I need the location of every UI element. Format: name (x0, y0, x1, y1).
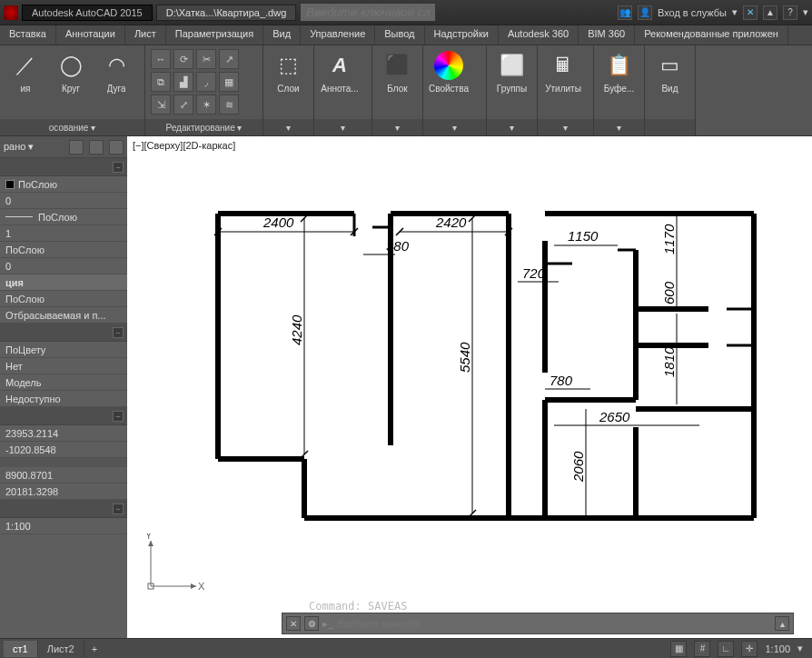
search-input[interactable] (300, 3, 436, 22)
prop-plotstyle[interactable]: ПоЦвету (0, 342, 127, 358)
properties-button[interactable]: Свойства (429, 49, 469, 94)
prop-layer[interactable]: 0 (0, 193, 127, 209)
status-model-icon[interactable]: ▦ (670, 641, 687, 657)
tab-insert[interactable]: Вставка (0, 25, 56, 45)
clipboard-button[interactable]: 📋Буфе... (599, 49, 639, 94)
prop-space[interactable]: Модель (0, 374, 127, 391)
rotate-icon[interactable]: ⟳ (173, 49, 193, 69)
trim-icon[interactable]: ✂ (196, 49, 216, 69)
status-annoscale[interactable]: 1:100 (765, 643, 790, 654)
status-bar: ▦ # ∟ ✛ 1:100 ▾ (670, 641, 808, 657)
status-polar-icon[interactable]: ✛ (741, 641, 758, 657)
collapse-icon-4[interactable]: – (113, 503, 124, 514)
ribbon-panel-draw-label[interactable]: осование ▾ (0, 119, 144, 135)
svg-text:1170: 1170 (661, 224, 677, 254)
svg-text:2400: 2400 (262, 214, 294, 230)
ribbon-panel-clipboard: 📋Буфе... ▾ (594, 45, 645, 135)
copy-icon[interactable]: ⧉ (151, 72, 171, 92)
collapse-icon-3[interactable]: – (113, 411, 124, 422)
mirror-icon[interactable]: ▟ (173, 72, 193, 92)
svg-text:1810: 1810 (661, 346, 677, 377)
prop-shadow[interactable]: Отбрасываемая и п... (0, 307, 127, 324)
tab-addins[interactable]: Надстройки (425, 25, 499, 45)
prop-annoscale[interactable]: 1:100 (0, 518, 127, 534)
offset-icon[interactable]: ≋ (219, 95, 239, 115)
tab-output[interactable]: Вывод (375, 25, 424, 45)
prop-ltscale[interactable]: 1 (0, 225, 127, 242)
ribbon-panel-block: ⬛Блок ▾ (372, 45, 423, 135)
help-icon[interactable]: ? (783, 5, 797, 20)
infocenter-icon[interactable]: 👥 (618, 5, 632, 20)
stretch-icon[interactable]: ⇲ (151, 95, 171, 115)
status-grid-icon[interactable]: # (694, 641, 710, 657)
groups-button[interactable]: ⬜Группы (492, 49, 531, 94)
annotation-button[interactable]: AАннота... (320, 49, 360, 94)
prop-coord-x: 23953.2114 (0, 425, 127, 442)
selection-dropdown[interactable]: рано ▾ (4, 141, 64, 153)
extend-icon[interactable]: ↗ (219, 49, 239, 69)
block-button[interactable]: ⬛Блок (378, 49, 417, 94)
cmd-close-icon[interactable]: ✕ (286, 616, 301, 631)
tab-featured[interactable]: Рекомендованные приложен (635, 25, 788, 45)
signin-label[interactable]: Вход в службы (658, 7, 727, 18)
prop-color[interactable]: ПоСлою (0, 176, 127, 193)
svg-text:720: 720 (522, 265, 546, 281)
status-snap-icon[interactable]: ∟ (718, 641, 734, 657)
tab-bim360[interactable]: BIM 360 (579, 25, 635, 45)
fillet-icon[interactable]: ◞ (196, 72, 216, 92)
ribbon-panel-layers: ⬚Слои ▾ (263, 45, 314, 135)
layers-button[interactable]: ⬚Слои (269, 49, 308, 94)
drawing-canvas[interactable]: 2400 2420 380 1150 1170 720 600 (127, 136, 812, 638)
command-input[interactable] (337, 618, 771, 629)
drawing-area-wrapper: [−][Сверху][2D-каркас] (127, 136, 812, 638)
circle-button[interactable]: ◯Круг (51, 49, 91, 94)
tab-view[interactable]: Вид (263, 25, 301, 45)
exchange-icon[interactable]: ✕ (743, 5, 758, 20)
selectobj-icon[interactable] (109, 140, 124, 155)
pickadd-icon[interactable] (69, 140, 84, 155)
prop-transparency[interactable]: 0 (0, 258, 127, 274)
prop-hyperlink[interactable]: Нет (0, 358, 127, 374)
collapse-icon-2[interactable]: – (113, 327, 124, 338)
ribbon: ／ия ◯Круг ◠Дуга осование ▾ ↔ ⟳ ✂ ↗ ⧉ ▟ ◞… (0, 45, 812, 136)
prop-material[interactable]: ПоСлою (0, 291, 127, 307)
app-menu-icon[interactable] (4, 5, 18, 20)
signin-icon[interactable]: 👤 (638, 5, 652, 20)
ribbon-panel-groups: ⬜Группы ▾ (487, 45, 538, 135)
scale-icon[interactable]: ⤢ (173, 95, 193, 115)
view-button[interactable]: ▭Вид (650, 49, 689, 94)
tab-annotate[interactable]: Аннотации (56, 25, 125, 45)
line-button[interactable]: ／ия (5, 49, 45, 94)
explode-icon[interactable]: ✶ (196, 95, 216, 115)
ribbon-panel-modify-label[interactable]: Редактирование ▾ (145, 119, 262, 135)
cmd-customize-icon[interactable]: ⚙ (304, 616, 319, 631)
quickselect-icon[interactable] (89, 140, 104, 155)
collapse-icon[interactable]: – (113, 162, 124, 173)
properties-palette: рано ▾ – ПоСлою 0 ПоСлою 1 ПоСлою 0 ция … (0, 136, 127, 638)
tab-parametric[interactable]: Параметризация (166, 25, 263, 45)
prop-lineweight[interactable]: ПоСлою (0, 242, 127, 258)
move-icon[interactable]: ↔ (151, 49, 171, 69)
layout-tab-2[interactable]: Лист2 (38, 641, 84, 657)
tab-manage[interactable]: Управление (301, 25, 375, 45)
tab-layout[interactable]: Лист (125, 25, 166, 45)
ribbon-panel-properties: Свойства ▾ (423, 45, 487, 135)
ribbon-panel-modify: ↔ ⟳ ✂ ↗ ⧉ ▟ ◞ ▦ ⇲ ⤢ ✶ ≋ Редактирование ▾ (145, 45, 263, 135)
tab-a360[interactable]: Autodesk 360 (499, 25, 579, 45)
arc-button[interactable]: ◠Дуга (96, 49, 136, 94)
svg-text:780: 780 (550, 373, 573, 388)
layout-tab-1[interactable]: ст1 (4, 641, 38, 657)
document-title: D:\Хатка...\Квартира_.dwg (156, 5, 297, 21)
svg-text:2420: 2420 (435, 214, 467, 230)
ribbon-panel-view: ▭Вид (645, 45, 696, 135)
viewport-label[interactable]: [−][Сверху][2D-каркас] (133, 140, 235, 151)
a360-icon[interactable]: ▲ (763, 5, 777, 20)
command-history: Command: SAVEAS (309, 600, 407, 613)
utilities-button[interactable]: 🖩Утилиты (543, 49, 583, 94)
layout-tab-add[interactable]: + (84, 641, 104, 657)
array-icon[interactable]: ▦ (219, 72, 239, 92)
ribbon-panel-draw: ／ия ◯Круг ◠Дуга осование ▾ (0, 45, 145, 135)
prop-linetype[interactable]: ПоСлою (0, 209, 127, 225)
cmd-recent-icon[interactable]: ▴ (775, 616, 789, 631)
command-line[interactable]: ✕ ⚙ ▸_ ▴ (282, 613, 794, 634)
